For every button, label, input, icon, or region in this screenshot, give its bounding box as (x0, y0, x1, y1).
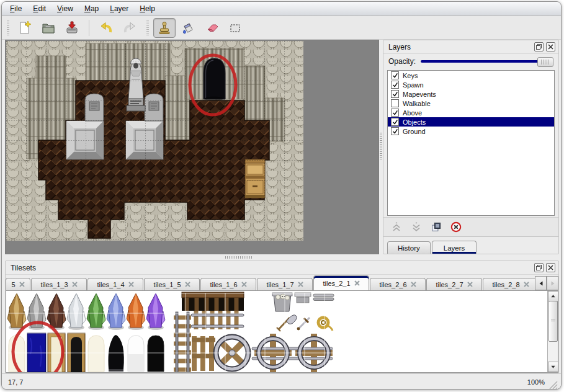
scroll-up-button[interactable] (548, 291, 558, 301)
tileset-tab-tiles_1_7[interactable]: tiles_1_7 (257, 278, 313, 290)
tileset-tab-tiles_2_1[interactable]: tiles_2_1 (313, 275, 369, 290)
tile-faint-snow-arch[interactable] (128, 336, 144, 372)
tile-faint-arch[interactable] (88, 336, 104, 372)
toolbar-drag-handle[interactable] (6, 20, 11, 36)
layer-visibility-checkbox[interactable] (391, 127, 399, 135)
float-panel-button[interactable] (534, 42, 544, 51)
resize-grip-icon[interactable] (548, 380, 558, 390)
tileset-tab-tiles_2_6[interactable]: tiles_2_6 (370, 278, 426, 290)
lower-layer-button[interactable] (408, 220, 424, 234)
tileset-tab-5[interactable]: 5 (6, 278, 30, 290)
raise-layer-button[interactable] (388, 220, 405, 234)
tab-close-icon[interactable] (19, 282, 25, 287)
layer-visibility-checkbox[interactable] (391, 99, 399, 107)
tileset-tab-tiles_2_8[interactable]: tiles_2_8 (483, 278, 539, 290)
tab-close-icon[interactable] (241, 282, 247, 287)
toolbar-drag-handle[interactable] (145, 20, 150, 36)
tab-close-icon[interactable] (411, 282, 416, 287)
select-tool-button[interactable] (224, 18, 246, 38)
tilesets-panel: Tilesets 5tiles_1_3tiles_1_4tiles_1_5til… (5, 261, 559, 373)
menu-bar: FileEditViewMapLayerHelp (2, 2, 561, 16)
layer-row-keys[interactable]: Keys (388, 71, 554, 80)
tab-close-icon[interactable] (72, 282, 78, 287)
tileset-tab-label: tiles_1_4 (97, 281, 124, 288)
scroll-down-button[interactable] (548, 362, 558, 372)
layer-buttons (383, 217, 558, 237)
tileset-scrollbar[interactable] (547, 291, 558, 372)
stamp-tool-button[interactable] (153, 18, 176, 38)
open-folder-button[interactable] (37, 18, 60, 38)
rope-coil-icon (318, 318, 333, 331)
redo-button[interactable] (119, 18, 141, 38)
opacity-slider-handle[interactable] (537, 57, 553, 67)
tab-scroll-left-button[interactable] (535, 276, 547, 290)
layer-visibility-checkbox[interactable] (391, 71, 399, 79)
layer-visibility-checkbox[interactable] (391, 90, 399, 98)
layer-row-above[interactable]: Above (388, 108, 554, 117)
opacity-slider-track[interactable] (421, 60, 552, 63)
tile-black-arch[interactable] (148, 336, 164, 372)
layer-name: Above (403, 109, 422, 117)
tilesets-panel-title: Tilesets (11, 264, 532, 272)
tab-close-icon[interactable] (354, 280, 360, 286)
undo-icon (99, 20, 114, 35)
tileset-tab-label: tiles_2_7 (436, 281, 463, 288)
tileset-image[interactable] (7, 292, 547, 373)
layer-row-ground[interactable]: Ground (388, 127, 554, 136)
toolbar (2, 16, 561, 40)
tileset-tab-tiles_1_5[interactable]: tiles_1_5 (144, 278, 200, 290)
undo-button[interactable] (95, 18, 117, 38)
green-crystal[interactable] (87, 293, 105, 330)
tab-close-icon[interactable] (128, 282, 134, 287)
menu-help[interactable]: Help (134, 3, 161, 14)
tab-close-icon[interactable] (185, 282, 190, 287)
tab-scroll-right-button[interactable] (547, 276, 558, 290)
status-bar: 17, 7 100% (2, 373, 561, 390)
close-panel-button[interactable] (546, 42, 555, 51)
layer-visibility-checkbox[interactable] (391, 118, 399, 126)
save-button[interactable] (61, 18, 83, 38)
delete-layer-button[interactable] (448, 220, 464, 234)
panel-tab-layers[interactable]: Layers (432, 241, 477, 254)
float-panel-button[interactable] (534, 263, 544, 272)
layer-row-mapevents[interactable]: Mapevents (388, 89, 554, 99)
tab-close-icon[interactable] (524, 282, 529, 287)
map-view[interactable] (5, 40, 379, 254)
layer-visibility-checkbox[interactable] (391, 109, 399, 117)
layer-row-objects[interactable]: Objects (388, 117, 554, 127)
menu-layer[interactable]: Layer (104, 3, 134, 14)
panel-tab-history[interactable]: History (387, 241, 431, 254)
horizontal-splitter[interactable] (2, 254, 561, 261)
ice-crystal[interactable] (67, 293, 86, 330)
menu-edit[interactable]: Edit (27, 3, 51, 14)
scrollbar-thumb[interactable] (548, 301, 558, 342)
close-panel-button[interactable] (546, 263, 555, 272)
tab-close-icon[interactable] (298, 282, 303, 287)
orange-crystal[interactable] (127, 293, 145, 330)
map-canvas[interactable] (6, 41, 303, 241)
vertical-splitter[interactable] (379, 40, 383, 254)
tileset-rails-and-props (174, 292, 334, 373)
blue-crystal[interactable] (107, 293, 125, 330)
purple-crystal[interactable] (146, 293, 165, 330)
gold-crystal[interactable] (7, 293, 26, 330)
layer-visibility-checkbox[interactable] (391, 81, 399, 89)
opacity-slider[interactable] (421, 56, 553, 66)
tileset-tab-tiles_1_6[interactable]: tiles_1_6 (200, 278, 256, 290)
layer-name: Spawn (403, 81, 424, 89)
menu-file[interactable]: File (4, 3, 27, 14)
save-icon (65, 20, 79, 35)
duplicate-layer-button[interactable] (428, 220, 444, 234)
fill-tool-button[interactable] (177, 18, 199, 38)
layer-row-walkable[interactable]: Walkable (388, 99, 554, 108)
menu-map[interactable]: Map (79, 3, 104, 14)
new-file-button[interactable] (14, 18, 36, 38)
layers-panel-tabs: HistoryLayers (383, 237, 558, 254)
eraser-tool-button[interactable] (200, 18, 223, 38)
layer-row-spawn[interactable]: Spawn (388, 80, 554, 89)
tileset-tab-tiles_1_3[interactable]: tiles_1_3 (31, 278, 87, 290)
tileset-tab-tiles_2_7[interactable]: tiles_2_7 (426, 278, 482, 290)
tileset-tab-tiles_1_4[interactable]: tiles_1_4 (87, 278, 143, 290)
tab-close-icon[interactable] (467, 282, 473, 287)
menu-view[interactable]: View (51, 3, 79, 14)
